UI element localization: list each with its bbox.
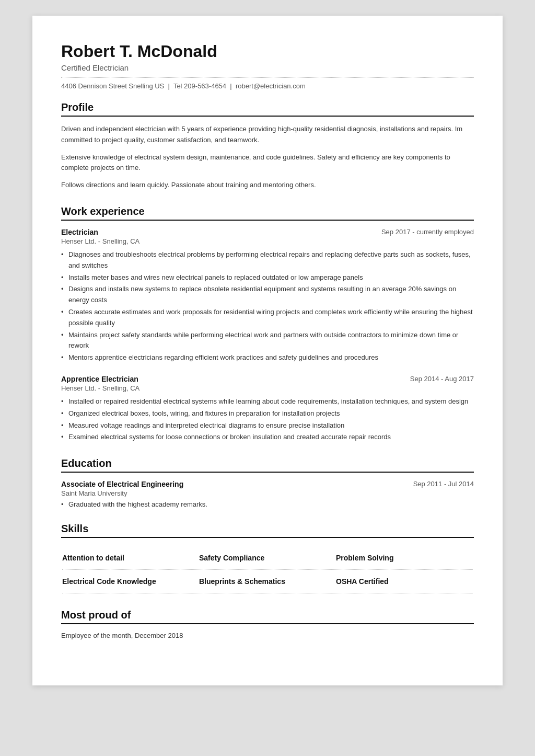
job-bullets-1: Diagnoses and troubleshoots electrical p… <box>61 249 474 363</box>
skill-cell: Attention to detail <box>62 554 199 562</box>
skills-section: Skills Attention to detail Safety Compli… <box>61 523 474 594</box>
job-company-2: Henser Ltd. - Snelling, CA <box>61 384 474 392</box>
edu-header-1: Associate of Electrical Engineering Sep … <box>61 480 474 488</box>
list-item: Organized electrical boxes, tools, wirin… <box>61 408 474 419</box>
candidate-name: Robert T. McDonald <box>61 42 474 61</box>
proud-item-1: Employee of the month, December 2018 <box>61 632 474 639</box>
job-date-2: Sep 2014 - Aug 2017 <box>410 375 474 383</box>
education-entry-1: Associate of Electrical Engineering Sep … <box>61 480 474 508</box>
skill-cell: Problem Solving <box>336 554 473 562</box>
most-proud-section: Most proud of Employee of the month, Dec… <box>61 609 474 639</box>
job-header-1: Electrician Sep 2017 - currently employe… <box>61 228 474 236</box>
skills-section-title: Skills <box>61 523 474 538</box>
skill-cell: OSHA Certified <box>336 577 473 586</box>
edu-bullet: Graduated with the highest academy remar… <box>61 500 474 508</box>
job-entry-1: Electrician Sep 2017 - currently employe… <box>61 228 474 363</box>
skills-grid: Attention to detail Safety Compliance Pr… <box>61 545 474 594</box>
skill-cell: Blueprints & Schematics <box>199 577 336 586</box>
profile-paragraph-1: Driven and independent electrician with … <box>61 124 474 146</box>
skill-cell: Electrical Code Knowledge <box>62 577 199 586</box>
education-section-title: Education <box>61 457 474 473</box>
list-item: Maintains project safety standards while… <box>61 330 474 352</box>
job-entry-2: Apprentice Electrician Sep 2014 - Aug 20… <box>61 375 474 443</box>
list-item: Measured voltage readings and interprete… <box>61 420 474 431</box>
profile-section-title: Profile <box>61 101 474 117</box>
list-item: Installed or repaired residential electr… <box>61 396 474 407</box>
skills-row-2: Electrical Code Knowledge Blueprints & S… <box>62 570 473 593</box>
telephone: Tel 209-563-4654 <box>173 82 226 90</box>
email: robert@electrician.com <box>236 82 306 90</box>
list-item: Designs and installs new systems to repl… <box>61 284 474 306</box>
list-item: Examined electrical systems for loose co… <box>61 432 474 443</box>
list-item: Diagnoses and troubleshoots electrical p… <box>61 249 474 271</box>
list-item: Mentors apprentice electricians regardin… <box>61 352 474 363</box>
list-item: Creates accurate estimates and work prop… <box>61 307 474 329</box>
job-bullets-2: Installed or repaired residential electr… <box>61 396 474 443</box>
profile-paragraph-3: Follows directions and learn quickly. Pa… <box>61 180 474 191</box>
education-section: Education Associate of Electrical Engine… <box>61 457 474 508</box>
skills-row-1: Attention to detail Safety Compliance Pr… <box>62 546 473 570</box>
contact-info: 4406 Dennison Street Snelling US | Tel 2… <box>61 77 474 90</box>
job-title-1: Electrician <box>61 228 98 236</box>
job-company-1: Henser Ltd. - Snelling, CA <box>61 237 474 245</box>
most-proud-title: Most proud of <box>61 609 474 624</box>
profile-section: Profile Driven and independent electrici… <box>61 101 474 191</box>
skill-cell: Safety Compliance <box>199 554 336 562</box>
work-experience-section: Work experience Electrician Sep 2017 - c… <box>61 205 474 443</box>
job-header-2: Apprentice Electrician Sep 2014 - Aug 20… <box>61 375 474 383</box>
address: 4406 Dennison Street Snelling US <box>61 82 164 90</box>
resume-document: Robert T. McDonald Certified Electrician… <box>32 16 503 685</box>
edu-school: Saint Maria University <box>61 489 474 497</box>
candidate-title: Certified Electrician <box>61 63 474 72</box>
profile-paragraph-2: Extensive knowledge of electrical system… <box>61 152 474 174</box>
list-item: Installs meter bases and wires new elect… <box>61 272 474 283</box>
edu-date: Sep 2011 - Jul 2014 <box>413 480 474 488</box>
job-title-2: Apprentice Electrician <box>61 375 138 383</box>
header: Robert T. McDonald Certified Electrician… <box>61 42 474 90</box>
edu-degree: Associate of Electrical Engineering <box>61 480 183 488</box>
work-experience-title: Work experience <box>61 205 474 221</box>
job-date-1: Sep 2017 - currently employed <box>381 228 474 236</box>
